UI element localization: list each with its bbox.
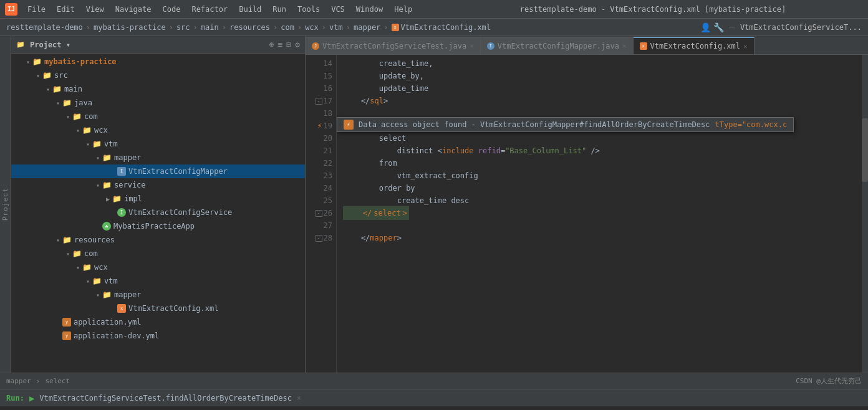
code-line-20: select (337, 132, 862, 145)
line-num-23: 23 (306, 169, 332, 182)
tree-item-impl[interactable]: ▶ 📁 impl (11, 192, 305, 206)
tree-item-mapper-class[interactable]: I VtmExtractConfigMapper (11, 164, 305, 178)
wcx-folder-icon: 📁 (82, 126, 92, 135)
editor-area: J VtmExtractConfigServiceTest.java ✕ I V… (306, 36, 868, 373)
tooltip-extra: tType="com.wcx.c (715, 120, 788, 129)
tree-item-vtm[interactable]: ▾ 📁 vtm (11, 137, 305, 151)
run-close-btn[interactable]: ✕ (297, 394, 301, 402)
vtm-folder-icon: 📁 (92, 140, 102, 148)
breadcrumb-module[interactable]: mybatis-practice (94, 23, 166, 32)
tree-item-main[interactable]: ▾ 📁 main (11, 82, 305, 96)
breadcrumb-person-icon[interactable]: 👤 (700, 22, 711, 32)
tab-label-mapper: VtmExtractConfigMapper.java (498, 42, 619, 50)
tree-item-mapper[interactable]: ▾ 📁 mapper (11, 151, 305, 164)
tree-label-mybatis: mybatis-practice (44, 57, 117, 66)
tree-item-wcx[interactable]: ▾ 📁 wcx (11, 123, 305, 137)
breadcrumb-mapper[interactable]: mapper (354, 23, 380, 32)
menu-vcs[interactable]: VCS (326, 3, 350, 16)
menu-navigate[interactable]: Navigate (110, 3, 157, 16)
menu-file[interactable]: File (22, 3, 51, 16)
sidebar-sync-icon[interactable]: ⊕ (269, 40, 274, 49)
menu-window[interactable]: Window (351, 3, 388, 16)
tree-item-service-class[interactable]: I VtmExtractConfigService (11, 206, 305, 219)
line-numbers: 14 15 16 - 17 18 ⚡ 19 20 21 22 23 24 25 (306, 55, 337, 373)
breadcrumb-settings-icon[interactable]: 🔧 (713, 22, 724, 32)
breadcrumb-bar: resttemplate-demo › mybatis-practice › s… (0, 19, 868, 36)
tree-item-res-mapper[interactable]: ▾ 📁 mapper (11, 288, 305, 302)
breadcrumb-file[interactable]: VtmExtractConfig.xml (401, 23, 491, 32)
tree-item-yml[interactable]: y application.yml (11, 315, 305, 329)
code-line-26: </select> (337, 207, 862, 219)
menu-build[interactable]: Build (234, 3, 266, 16)
sidebar-settings-icon[interactable]: ⚙ (295, 40, 300, 49)
breadcrumb-com[interactable]: com (281, 23, 294, 32)
file-tree: ▾ 📁 mybatis-practice ▾ 📁 src ▾ 📁 main ▾ … (11, 54, 305, 373)
tab-close-servicetest[interactable]: ✕ (470, 42, 474, 50)
tree-label-res-wcx: wcx (94, 263, 108, 272)
menu-view[interactable]: View (81, 3, 109, 16)
sidebar-header: 📁 Project ▾ ⊕ ≡ ⊟ ⚙ (11, 36, 305, 54)
breadcrumb-wcx[interactable]: wcx (305, 23, 319, 32)
sidebar-filter-icon[interactable]: ⊟ (286, 40, 291, 49)
tree-item-resources[interactable]: ▾ 📁 resources (11, 233, 305, 247)
breadcrumb-project[interactable]: resttemplate-demo (6, 23, 83, 32)
line-num-14: 14 (306, 57, 332, 70)
tree-item-java[interactable]: ▾ 📁 java (11, 96, 305, 110)
tree-item-xml-file[interactable]: x VtmExtractConfig.xml (11, 302, 305, 315)
src-folder-icon: 📁 (42, 71, 52, 80)
project-sidebar-label[interactable]: Project (0, 36, 11, 373)
breadcrumb-main[interactable]: main (201, 23, 219, 32)
status-right-text: CSDN @人生代无穷己 (796, 376, 862, 386)
tree-label-xml-file: VtmExtractConfig.xml (128, 304, 219, 313)
code-content[interactable]: ⚡ Data access object found - VtmExtractC… (337, 55, 862, 373)
breadcrumb-resources[interactable]: resources (229, 23, 270, 32)
dao-gutter-icon[interactable]: ⚡ (317, 120, 322, 132)
tree-item-com[interactable]: ▾ 📁 com (11, 110, 305, 123)
com-folder-icon: 📁 (72, 112, 82, 121)
resources-folder-icon: 📁 (62, 236, 72, 244)
tree-item-service[interactable]: ▾ 📁 service (11, 178, 305, 192)
tree-item-res-com[interactable]: ▾ 📁 com (11, 247, 305, 260)
dao-tooltip[interactable]: ⚡ Data access object found - VtmExtractC… (337, 117, 794, 132)
menu-tools[interactable]: Tools (292, 3, 325, 16)
menu-code[interactable]: Code (158, 3, 186, 16)
tab-service-test[interactable]: J VtmExtractConfigServiceTest.java ✕ (306, 37, 481, 54)
tree-item-res-vtm[interactable]: ▾ 📁 vtm (11, 274, 305, 288)
tree-item-mybatis-practice[interactable]: ▾ 📁 mybatis-practice (11, 55, 305, 69)
tree-label-src: src (54, 71, 68, 80)
menu-edit[interactable]: Edit (52, 3, 80, 16)
code-line-23: vtm_extract_config (337, 169, 862, 182)
line-num-15: 15 (306, 70, 332, 82)
tree-item-app[interactable]: ☘ MybatisPracticeApp (11, 219, 305, 233)
run-play-icon[interactable]: ▶ (29, 393, 34, 403)
editor-breadcrumb: mapper › select (6, 377, 792, 385)
window-title: resttemplate-demo - VtmExtractConfig.xml… (443, 5, 863, 14)
scrollbar-thumb[interactable] (862, 118, 868, 182)
tree-label-main: main (64, 85, 82, 93)
sidebar-collapse-icon[interactable]: ≡ (278, 40, 283, 49)
menu-help[interactable]: Help (389, 3, 417, 16)
status-sep: › (36, 377, 41, 385)
line-num-21: 21 (306, 145, 332, 157)
code-editor[interactable]: 14 15 16 - 17 18 ⚡ 19 20 21 22 23 24 25 (306, 55, 868, 373)
tab-close-xml[interactable]: ✕ (743, 42, 748, 50)
menu-run[interactable]: Run (268, 3, 291, 16)
tab-mapper-java[interactable]: I VtmExtractConfigMapper.java ✕ (481, 37, 634, 54)
fold-button-17[interactable]: - (316, 98, 322, 105)
tree-item-res-wcx[interactable]: ▾ 📁 wcx (11, 260, 305, 274)
line-num-19: ⚡ 19 (306, 120, 332, 132)
breadcrumb-src[interactable]: src (176, 23, 190, 32)
tree-item-src[interactable]: ▾ 📁 src (11, 69, 305, 82)
tab-xml[interactable]: x VtmExtractConfig.xml ✕ (634, 37, 755, 54)
tree-item-yml-dev[interactable]: y application-dev.yml (11, 329, 305, 343)
fold-button-28[interactable]: - (316, 235, 322, 242)
fold-button-26[interactable]: - (316, 210, 322, 217)
line-num-28: - 28 (306, 232, 332, 244)
menu-refactor[interactable]: Refactor (186, 3, 233, 16)
java-service-icon: I (117, 208, 126, 217)
res-mapper-folder-icon: 📁 (102, 290, 112, 299)
tab-right-overflow[interactable]: VtmExtractConfigServiceT... (740, 23, 862, 32)
breadcrumb-vtm[interactable]: vtm (329, 23, 343, 32)
vertical-scrollbar[interactable] (862, 55, 868, 373)
tab-close-mapper[interactable]: ✕ (622, 42, 627, 50)
